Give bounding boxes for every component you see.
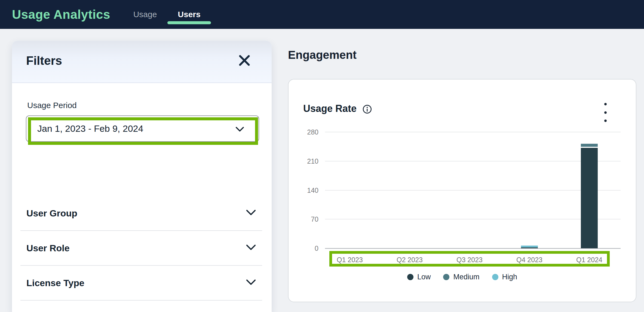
filters-title: Filters (26, 54, 62, 68)
bar-segment-low[interactable] (581, 148, 598, 248)
gridline-70 (325, 219, 621, 219)
tab-users[interactable]: Users (167, 0, 211, 29)
legend-label: Low (417, 273, 431, 281)
close-icon[interactable] (237, 53, 252, 68)
usage-rate-chart: 070140210280Q1 2023Q2 2023Q3 2023Q4 2023… (289, 79, 636, 302)
filter-sections: User Group User Role License Type Exclud… (20, 196, 262, 312)
bar-segment-medium[interactable] (521, 247, 538, 248)
legend-item-low[interactable]: Low (407, 273, 431, 281)
usage-period-value: Jan 1, 2023 - Feb 9, 2024 (37, 123, 143, 134)
y-axis-tick-label: 280 (297, 128, 318, 136)
legend-swatch-icon (407, 274, 413, 280)
legend-label: High (502, 273, 517, 281)
x-axis-label: Q3 2023 (442, 256, 497, 264)
chevron-down-icon (235, 126, 244, 133)
x-axis-label: Q4 2023 (502, 256, 557, 264)
y-axis-tick-label: 140 (297, 186, 318, 194)
bar-segment-high[interactable] (521, 246, 538, 247)
bar-segment-low[interactable] (521, 248, 538, 248)
legend-label: Medium (453, 273, 479, 281)
x-axis-label: Q1 2023 (323, 256, 377, 264)
gridline-140 (325, 190, 621, 191)
gridline-280 (325, 132, 621, 132)
filter-section-license-type[interactable]: License Type (20, 266, 262, 301)
chevron-down-icon (246, 209, 256, 217)
gridline-0 (325, 248, 621, 249)
filter-section-label: User Group (26, 208, 77, 219)
tab-usage[interactable]: Usage (127, 0, 163, 29)
filters-panel: Filters Usage Period Jan 1, 2023 - Feb 9… (12, 41, 272, 312)
filters-header: Filters (12, 41, 272, 83)
usage-period-label: Usage Period (27, 101, 77, 110)
y-axis-tick-label: 70 (297, 215, 318, 223)
gridline-210 (325, 161, 621, 161)
active-tab-indicator (167, 21, 211, 24)
filter-section-user-group[interactable]: User Group (20, 196, 262, 231)
usage-rate-card: Usage Rate 070140210280Q1 2023Q2 2023Q3 … (288, 79, 636, 302)
chevron-down-icon (246, 244, 256, 252)
chevron-down-icon (246, 279, 256, 287)
filter-section-exclude-user[interactable]: Exclude User (20, 301, 262, 312)
legend-swatch-icon (492, 274, 498, 280)
y-axis-tick-label: 0 (297, 244, 318, 252)
bar-segment-medium[interactable] (581, 144, 598, 148)
filter-section-user-role[interactable]: User Role (20, 231, 262, 266)
x-axis-label: Q1 2024 (562, 256, 617, 264)
legend-item-medium[interactable]: Medium (443, 273, 479, 281)
filter-section-label: User Role (26, 243, 70, 253)
x-axis-label: Q2 2023 (382, 256, 437, 264)
chart-legend: LowMediumHigh (289, 271, 636, 282)
legend-item-high[interactable]: High (492, 273, 517, 281)
app-title: Usage Analytics (12, 7, 110, 22)
y-axis-tick-label: 210 (297, 157, 318, 165)
usage-period-select[interactable]: Jan 1, 2023 - Feb 9, 2024 (26, 115, 259, 142)
engagement-heading: Engagement (288, 48, 357, 62)
filter-section-label: License Type (26, 278, 84, 288)
top-navbar: Usage Analytics Usage Users (0, 0, 644, 29)
legend-swatch-icon (443, 274, 449, 280)
